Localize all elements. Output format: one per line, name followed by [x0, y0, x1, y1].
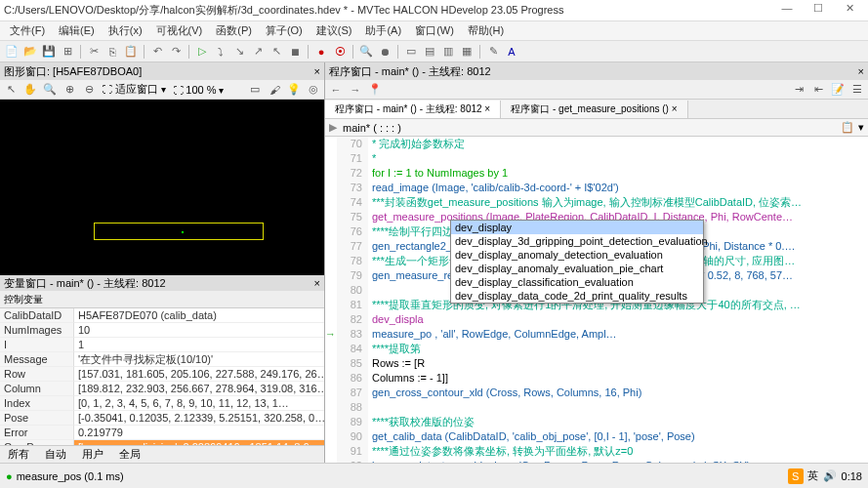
- window1-icon[interactable]: ▭: [403, 44, 419, 60]
- fit-window-button[interactable]: ⛶ 适应窗口 ▾: [100, 82, 169, 97]
- draw-icon[interactable]: ✎: [485, 44, 501, 60]
- menu-help[interactable]: 帮助(H): [462, 21, 510, 40]
- menu-dropdown-icon[interactable]: ▾: [858, 121, 864, 134]
- window4-icon[interactable]: ▦: [459, 44, 475, 60]
- code-line[interactable]: 88: [325, 400, 868, 415]
- save-as-icon[interactable]: ⊞: [60, 44, 75, 60]
- list-icon[interactable]: ☰: [848, 82, 866, 98]
- var-row[interactable]: Pose[-0.35041, 0.12035, 2.12339, 5.25151…: [0, 411, 324, 426]
- menu-operators[interactable]: 算子(O): [260, 21, 309, 40]
- outdent-icon[interactable]: ⇤: [809, 82, 827, 98]
- code-line[interactable]: 87 gen_cross_contour_xld (Cross, Rows, C…: [325, 386, 868, 400]
- font-icon[interactable]: A: [504, 44, 519, 60]
- step-over-icon[interactable]: ⤵: [213, 44, 228, 60]
- var-row[interactable]: Row[157.031, 181.605, 205.106, 227.588, …: [0, 367, 324, 382]
- code-close-button[interactable]: ×: [858, 65, 864, 77]
- paste-code-icon[interactable]: 📋: [841, 121, 854, 134]
- code-line[interactable]: →83 measure_po , 'all', RowEdge, ColumnE…: [325, 327, 868, 342]
- light-icon[interactable]: 💡: [285, 82, 303, 98]
- nav-back-icon[interactable]: ←: [327, 82, 345, 98]
- close-button[interactable]: ✕: [835, 2, 864, 20]
- paint-tool-icon[interactable]: 🖌: [266, 82, 283, 98]
- code-line[interactable]: 86 Columns := - 1]]: [325, 371, 868, 386]
- code-line[interactable]: 74 ***封装函数get_measure_positions 输入为image…: [325, 195, 868, 210]
- redo-icon[interactable]: ↷: [168, 44, 184, 60]
- loc-icon[interactable]: 📍: [366, 82, 384, 98]
- menu-viz[interactable]: 可视化(V): [150, 21, 209, 40]
- code-line[interactable]: 73 read_image (Image, 'calib/calib-3d-co…: [325, 181, 868, 195]
- editor-tab[interactable]: 程序窗口 - main* () - 主线程: 8012 ×: [325, 101, 501, 118]
- new-icon[interactable]: 📄: [4, 44, 20, 60]
- var-row[interactable]: CalibDataIDH5AFE87DE070 (calib_data): [0, 308, 324, 323]
- note-icon[interactable]: 📝: [829, 82, 847, 98]
- var-row[interactable]: Column[189.812, 232.903, 256.667, 278.96…: [0, 382, 324, 396]
- copy-icon[interactable]: ⎘: [104, 44, 120, 60]
- breakpoint-icon[interactable]: ●: [313, 44, 329, 60]
- draw-tool-icon[interactable]: ▭: [246, 82, 264, 98]
- editor-tab[interactable]: 程序窗口 - get_measure_positions () ×: [501, 101, 687, 118]
- nav-fwd-icon[interactable]: →: [347, 82, 364, 98]
- record-icon[interactable]: ⏺: [377, 44, 393, 60]
- autocomplete-popup[interactable]: dev_displaydev_display_3d_gripping_point…: [450, 220, 704, 304]
- autocomplete-item[interactable]: dev_display_data_code_2d_print_quality_r…: [451, 289, 703, 303]
- run-icon[interactable]: ▷: [194, 44, 210, 60]
- autocomplete-item[interactable]: dev_display_3d_gripping_point_detection_…: [451, 234, 703, 248]
- code-editor[interactable]: dev_displaydev_display_3d_gripping_point…: [325, 137, 868, 463]
- paste-icon[interactable]: 📋: [123, 44, 139, 60]
- var-row[interactable]: Message'在文件中寻找标定板(10/10)': [0, 352, 324, 367]
- menu-edit[interactable]: 编辑(E): [53, 21, 101, 40]
- indent-icon[interactable]: ⇥: [790, 82, 807, 98]
- menu-suggest[interactable]: 建议(S): [310, 21, 358, 40]
- autocomplete-item[interactable]: dev_display_anomaly_detection_evaluation: [451, 248, 703, 262]
- cut-icon[interactable]: ✂: [86, 44, 102, 60]
- autocomplete-item[interactable]: dev_display_anomaly_evaluation_pie_chart: [451, 262, 703, 275]
- stop-icon[interactable]: ⏹: [287, 44, 303, 60]
- menu-window[interactable]: 窗口(W): [409, 21, 460, 40]
- magnify-icon[interactable]: 🔍: [41, 82, 59, 98]
- var-row[interactable]: Index[0, 1, 2, 3, 4, 5, 6, 7, 8, 9, 10, …: [0, 396, 324, 411]
- variables-list[interactable]: CalibDataIDH5AFE87DE070 (calib_data)NumI…: [0, 308, 324, 445]
- hand-icon[interactable]: ✋: [21, 82, 39, 98]
- search-icon[interactable]: 🔍: [358, 44, 374, 60]
- undo-icon[interactable]: ↶: [149, 44, 165, 60]
- step-out-icon[interactable]: ↗: [250, 44, 266, 60]
- code-line[interactable]: 85 Rows := [R: [325, 356, 868, 371]
- zoom-dropdown[interactable]: ⛶ 100 % ▾: [171, 84, 227, 96]
- arrow-icon[interactable]: ↖: [2, 82, 20, 98]
- target-icon[interactable]: ◎: [305, 82, 322, 98]
- menu-process[interactable]: 函数(P): [210, 21, 258, 40]
- code-line[interactable]: 72for I := 1 to NumImages by 1: [325, 166, 868, 181]
- minimize-button[interactable]: —: [772, 2, 802, 20]
- maximize-button[interactable]: ☐: [804, 2, 833, 20]
- step-back-icon[interactable]: ↖: [269, 44, 284, 60]
- vartab-all[interactable]: 所有: [0, 445, 37, 464]
- var-row[interactable]: I1: [0, 338, 324, 352]
- code-line[interactable]: 89 ****获取校准版的位姿: [325, 415, 868, 429]
- graphics-close-button[interactable]: ×: [314, 65, 320, 77]
- graphics-canvas[interactable]: [0, 100, 324, 275]
- code-line[interactable]: 84 ****提取第: [325, 342, 868, 356]
- code-line[interactable]: 90 get_calib_data (CalibDataID, 'calib_o…: [325, 429, 868, 444]
- var-row[interactable]: Error0.219779: [0, 426, 324, 440]
- vartab-auto[interactable]: 自动: [37, 445, 74, 464]
- menu-assist[interactable]: 助手(A): [359, 21, 407, 40]
- autocomplete-item[interactable]: dev_display_classification_evaluation: [451, 275, 703, 289]
- window2-icon[interactable]: ▤: [422, 44, 437, 60]
- sound-icon[interactable]: 🔊: [822, 468, 838, 484]
- menu-exec[interactable]: 执行(x): [103, 21, 148, 40]
- step-into-icon[interactable]: ↘: [231, 44, 247, 60]
- menu-file[interactable]: 文件(F): [4, 21, 51, 40]
- open-icon[interactable]: 📂: [22, 44, 38, 60]
- code-line[interactable]: 70* 完成初始参数标定: [325, 137, 868, 151]
- code-line[interactable]: 91 ****通过位姿参数将像素坐标, 转换为平面坐标, 默认z=0: [325, 444, 868, 459]
- zoom-in-icon[interactable]: ⊕: [61, 82, 78, 98]
- breakpoints-icon[interactable]: ⦿: [332, 44, 348, 60]
- window3-icon[interactable]: ▥: [440, 44, 456, 60]
- var-close-button[interactable]: ×: [314, 277, 320, 289]
- save-icon[interactable]: 💾: [41, 44, 57, 60]
- code-line[interactable]: 71*: [325, 151, 868, 166]
- zoom-out-icon[interactable]: ⊖: [80, 82, 98, 98]
- vartab-global[interactable]: 全局: [111, 445, 148, 464]
- vartab-user[interactable]: 用户: [74, 445, 111, 464]
- autocomplete-item[interactable]: dev_display: [451, 221, 703, 234]
